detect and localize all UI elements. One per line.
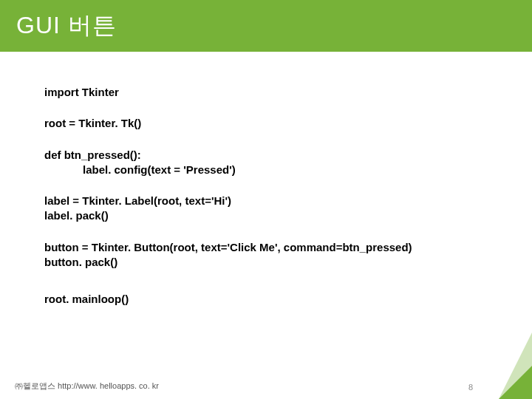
code-line: def btn_pressed():	[44, 148, 488, 163]
slide-title: GUI 버튼	[16, 10, 117, 42]
slide-content: import Tkinter root = Tkinter. Tk() def …	[0, 52, 532, 307]
code-line: button = Tkinter. Button(root, text='Cli…	[44, 240, 488, 255]
slide-header: GUI 버튼	[0, 0, 532, 52]
code-line: import Tkinter	[44, 85, 488, 100]
code-line: label. pack()	[44, 208, 488, 223]
code-line: root. mainloop()	[44, 292, 488, 307]
code-line: root = Tkinter. Tk()	[44, 116, 488, 131]
corner-accent	[499, 366, 532, 399]
page-number: 8	[468, 383, 473, 392]
footer-text: ㈜헬로앱스 http://www. helloapps. co. kr	[15, 381, 159, 392]
code-line: label = Tkinter. Label(root, text='Hi')	[44, 194, 488, 208]
code-line: label. config(text = 'Pressed')	[44, 163, 488, 177]
code-line: button. pack()	[44, 255, 488, 270]
